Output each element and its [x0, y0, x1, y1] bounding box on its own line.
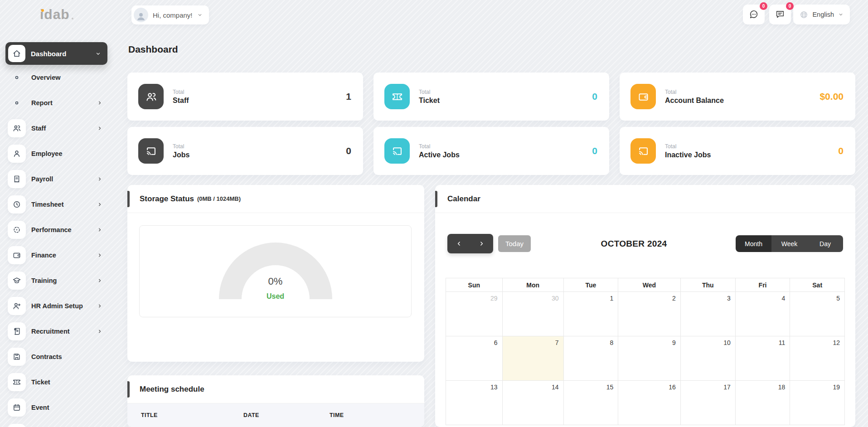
calendar-day-cell[interactable]: 4	[735, 292, 790, 336]
calendar-day-cell[interactable]: 17	[680, 381, 735, 425]
calendar-day-cell[interactable]: 11	[735, 336, 790, 381]
calendar-view-month[interactable]: Month	[736, 235, 771, 252]
calendar-day-cell[interactable]: 6	[446, 336, 503, 381]
next-month-button[interactable]	[470, 234, 494, 253]
sidebar-item-ticket[interactable]: Ticket	[0, 369, 113, 395]
sidebar-item-contracts[interactable]: Contracts	[0, 344, 113, 369]
stat-card-text: TotalInactive Jobs	[665, 143, 711, 159]
stat-card-total-label: Total	[419, 89, 440, 95]
ticket-icon	[8, 373, 26, 391]
prev-month-button[interactable]	[447, 234, 470, 253]
meeting-table-header: TITLEDATETIME	[127, 403, 424, 427]
stat-card-name: Account Balance	[665, 97, 724, 105]
graduation-icon	[8, 272, 26, 290]
user-menu[interactable]: Hi, company!	[131, 5, 209, 24]
sidebar-item-label: Timesheet	[31, 201, 63, 208]
calendar-day-header: Fri	[735, 278, 790, 292]
chevron-right-icon	[97, 303, 102, 309]
sidebar-item-dashboard-active[interactable]: Dashboard	[5, 42, 107, 65]
calendar-day-cell[interactable]: 30	[502, 292, 563, 336]
today-button[interactable]: Today	[498, 235, 531, 252]
avatar	[134, 8, 148, 22]
stat-card-total-label: Total	[173, 143, 189, 150]
storage-status-panel: Storage Status (0MB / 1024MB) 0% Used	[127, 185, 424, 362]
bullet-icon	[8, 68, 26, 87]
sidebar-item-performance[interactable]: Performance	[0, 217, 113, 243]
calendar-view-week[interactable]: Week	[771, 235, 807, 252]
bullet-icon	[8, 94, 26, 112]
sidebar-item-finance[interactable]: Finance	[0, 243, 113, 268]
meeting-col-time: TIME	[330, 412, 344, 418]
meeting-panel-header: Meeting schedule	[127, 375, 424, 403]
calendar-day-cell[interactable]: 19	[790, 381, 845, 425]
language-label: English	[812, 11, 834, 18]
chevron-right-icon	[97, 227, 102, 233]
stat-card-active-jobs: TotalActive Jobs0	[373, 127, 609, 175]
sidebar-item-meeting[interactable]: Meeting	[0, 420, 113, 427]
sidebar-item-label: Ticket	[31, 378, 50, 386]
calendar-week-row: 13141516171819	[446, 381, 845, 425]
sidebar-item-event[interactable]: Event	[0, 395, 113, 420]
stat-card-text: TotalAccount Balance	[665, 89, 724, 105]
chevron-right-icon	[97, 100, 102, 106]
calendar-day-cell[interactable]: 2	[618, 292, 681, 336]
calendar-day-cell[interactable]: 7	[502, 336, 563, 381]
language-selector[interactable]: English	[793, 5, 850, 24]
sidebar-item-staff[interactable]: Staff	[0, 116, 113, 141]
stat-card-value: $0.00	[820, 91, 844, 102]
chevron-right-icon	[97, 278, 102, 283]
calendar-day-cell[interactable]: 16	[618, 381, 681, 425]
calendar-view-switch: MonthWeekDay	[736, 235, 843, 252]
sidebar-item-overview[interactable]: Overview	[0, 65, 113, 90]
sidebar-item-label: Employee	[31, 150, 63, 157]
wallet-icon	[630, 84, 656, 109]
calendar-day-cell[interactable]: 1	[563, 292, 618, 336]
chevron-down-icon	[197, 12, 203, 18]
calendar-day-cell[interactable]: 14	[502, 381, 563, 425]
calendar-panel-header: Calendar	[435, 185, 855, 213]
stat-card-account-balance: TotalAccount Balance$0.00	[620, 73, 855, 121]
stat-card-value: 0	[346, 146, 351, 156]
calendar-day-cell[interactable]: 13	[446, 381, 503, 425]
sidebar-item-label: Overview	[31, 74, 61, 81]
calendar-day-cell[interactable]: 12	[790, 336, 845, 381]
sidebar-item-training[interactable]: Training	[0, 268, 113, 293]
stat-card-jobs: TotalJobs0	[127, 127, 363, 175]
calendar-day-header: Mon	[502, 278, 563, 292]
calendar-day-header: Sat	[790, 278, 845, 292]
stat-card-value: 0	[592, 91, 597, 102]
stat-card-text: TotalStaff	[173, 89, 189, 105]
sidebar-item-label: Report	[31, 99, 53, 107]
calendar-view-day[interactable]: Day	[807, 235, 843, 252]
page-title: Dashboard	[128, 44, 178, 55]
calendar-panel: Calendar Today OCTOBER 2024 MonthWeekDay…	[435, 185, 855, 427]
calendar-day-cell[interactable]: 15	[563, 381, 618, 425]
calendar-day-cell[interactable]: 9	[618, 336, 681, 381]
calendar-day-cell[interactable]: 3	[680, 292, 735, 336]
user-plus-icon	[8, 297, 26, 315]
calendar-day-cell[interactable]: 18	[735, 381, 790, 425]
messages-button[interactable]: 0	[769, 5, 791, 24]
sidebar-item-report[interactable]: Report	[0, 90, 113, 116]
calendar-icon	[8, 398, 26, 417]
chat-button[interactable]: 0	[743, 5, 765, 24]
sidebar-item-employee[interactable]: Employee	[0, 141, 113, 166]
chevron-down-icon	[95, 51, 101, 57]
sidebar-item-timesheet[interactable]: Timesheet	[0, 192, 113, 217]
sidebar-item-payroll[interactable]: Payroll	[0, 166, 113, 192]
calendar-day-cell[interactable]: 8	[563, 336, 618, 381]
sidebar-item-label: Contracts	[31, 353, 62, 360]
storage-percent: 0%	[140, 276, 411, 287]
chevron-right-icon	[97, 176, 102, 182]
storage-panel-header: Storage Status (0MB / 1024MB)	[127, 185, 424, 213]
calendar-day-cell[interactable]: 10	[680, 336, 735, 381]
meeting-col-date: DATE	[243, 412, 330, 418]
calendar-day-cell[interactable]: 29	[446, 292, 503, 336]
calendar-day-cell[interactable]: 5	[790, 292, 845, 336]
sidebar-item-recruitment[interactable]: Recruitment	[0, 319, 113, 344]
sidebar-item-hr-admin-setup[interactable]: HR Admin Setup	[0, 293, 113, 319]
storage-capacity: (0MB / 1024MB)	[197, 195, 241, 202]
stat-card-name: Staff	[173, 97, 189, 105]
hrm-dashboard-app: idab Hi, company! 0 0 English Dashboard …	[0, 0, 868, 427]
storage-gauge	[219, 243, 332, 299]
